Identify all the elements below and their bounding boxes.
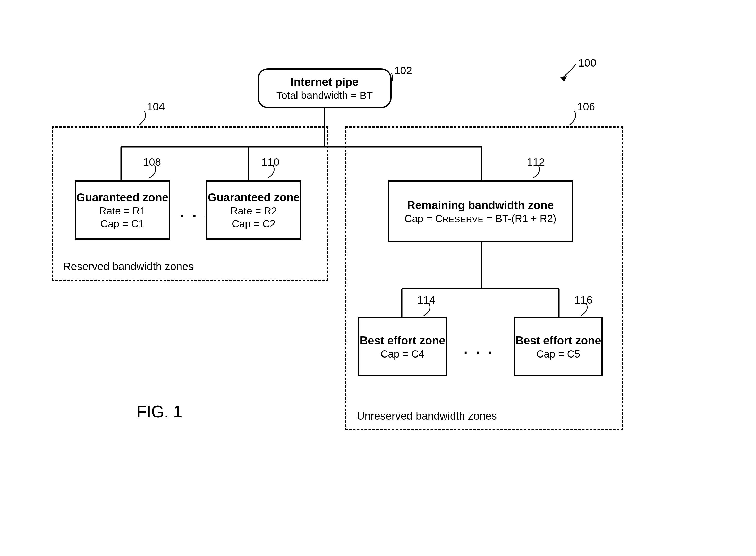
unreserved-ellipsis: . . .: [464, 340, 494, 357]
diagram-canvas: Internet pipe Total bandwidth = BT 102 1…: [0, 0, 756, 556]
unreserved-group-caption: Unreserved bandwidth zones: [357, 410, 497, 422]
best-effort-zone-2-box: Best effort zone Cap = C5: [514, 317, 603, 376]
be1-title: Best effort zone: [360, 333, 445, 347]
guaranteed-zone-2-box: Guaranteed zone Rate = R2 Cap = C2: [206, 180, 301, 240]
remaining-bandwidth-zone-box: Remaining bandwidth zone Cap = CRESERVE …: [388, 180, 573, 242]
remaining-formula: Cap = CRESERVE = BT-(R1 + R2): [405, 212, 556, 225]
unreserved-group-frame: [345, 126, 623, 430]
remaining-formula-prefix: Cap = C: [405, 213, 443, 224]
ref-102: 102: [394, 64, 412, 77]
be2-line1: Cap = C5: [536, 347, 580, 360]
ref-116: 116: [574, 294, 593, 306]
ref-114: 114: [417, 294, 435, 306]
ref-100: 100: [578, 57, 596, 69]
reserved-group-caption: Reserved bandwidth zones: [63, 260, 194, 273]
root-title: Internet pipe: [291, 75, 358, 89]
ref-110: 110: [261, 156, 279, 168]
gz2-line2: Cap = C2: [232, 217, 276, 230]
guaranteed-zone-1-box: Guaranteed zone Rate = R1 Cap = C1: [75, 180, 170, 240]
ref-106: 106: [577, 101, 595, 113]
be1-line1: Cap = C4: [380, 347, 424, 360]
best-effort-zone-1-box: Best effort zone Cap = C4: [358, 317, 447, 376]
gz2-title: Guaranteed zone: [208, 190, 300, 204]
gz1-line1: Rate = R1: [99, 204, 146, 217]
be2-title: Best effort zone: [516, 333, 601, 347]
remaining-formula-suffix: = BT-(R1 + R2): [484, 213, 556, 224]
remaining-formula-smallcaps: RESERVE: [443, 215, 484, 224]
figure-label: FIG. 1: [137, 402, 182, 421]
svg-marker-9: [561, 76, 567, 82]
gz1-title: Guaranteed zone: [76, 190, 168, 204]
gz2-line1: Rate = R2: [230, 204, 277, 217]
remaining-title: Remaining bandwidth zone: [407, 198, 554, 212]
ref-108: 108: [143, 156, 161, 168]
root-internet-pipe-box: Internet pipe Total bandwidth = BT: [258, 68, 391, 108]
root-subtitle: Total bandwidth = BT: [276, 89, 373, 102]
ref-112: 112: [527, 156, 545, 168]
ref-104: 104: [147, 101, 165, 113]
gz1-line2: Cap = C1: [101, 217, 144, 230]
